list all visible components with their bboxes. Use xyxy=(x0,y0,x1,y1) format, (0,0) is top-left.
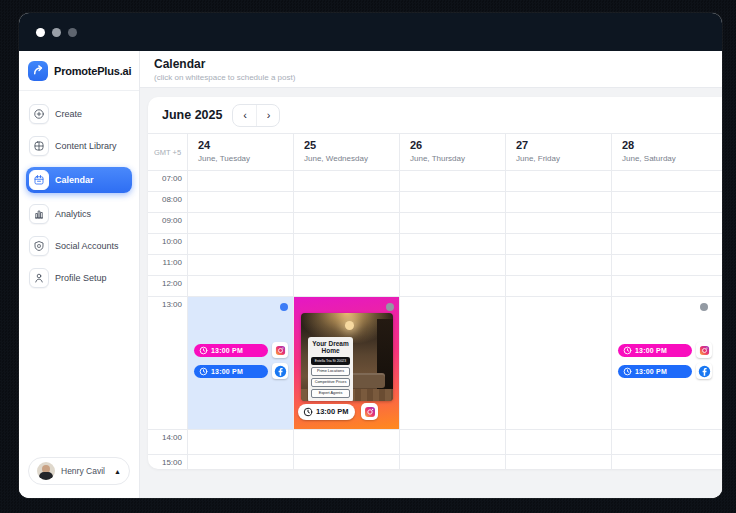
window-control-dot-2[interactable] xyxy=(52,28,61,37)
calendar-cell[interactable] xyxy=(611,192,722,212)
calendar-cell[interactable] xyxy=(399,430,505,454)
calendar-cell[interactable] xyxy=(611,455,722,469)
calendar-cell[interactable] xyxy=(293,255,399,275)
calendar-cell[interactable] xyxy=(505,234,611,254)
event-pill-instagram[interactable]: 13:00 PM xyxy=(618,344,692,357)
sidebar-item-label: Profile Setup xyxy=(55,273,107,283)
calendar-cell[interactable] xyxy=(399,455,505,469)
calendar-cell[interactable] xyxy=(293,455,399,469)
scheduled-dot-icon xyxy=(280,303,288,311)
page-header: Calendar (click on whitespace to schedul… xyxy=(140,51,722,88)
calendar-cell[interactable] xyxy=(187,455,293,469)
sidebar-nav: Create Content Library xyxy=(19,91,139,289)
post-feature: Prime Locations xyxy=(311,367,350,376)
sidebar-item-create[interactable]: Create xyxy=(26,103,132,125)
room-lamp-art xyxy=(345,321,354,330)
calendar-cell[interactable] xyxy=(293,192,399,212)
event-pill-instagram[interactable]: 13:00 PM xyxy=(194,344,268,357)
calendar-cell[interactable] xyxy=(187,171,293,191)
event-row: 13:00 PM xyxy=(618,342,712,358)
calendar-cell[interactable] xyxy=(505,276,611,296)
prev-month-button[interactable]: ‹ xyxy=(233,105,256,126)
calendar-cell[interactable] xyxy=(611,276,722,296)
calendar-cell[interactable] xyxy=(611,430,722,454)
sidebar-item-social-accounts[interactable]: Social Accounts xyxy=(26,235,132,257)
calendar-cell[interactable] xyxy=(293,171,399,191)
day-header-25: 25 June, Wednesday xyxy=(293,134,399,170)
calendar-cell-tuesday-1300[interactable]: 13:00 PM 1 xyxy=(187,297,293,429)
sidebar-item-content-library[interactable]: Content Library xyxy=(26,135,132,157)
clock-icon xyxy=(623,367,632,376)
calendar-cell[interactable] xyxy=(187,255,293,275)
calendar-cell[interactable] xyxy=(293,276,399,296)
time-row-0900: 09:00 xyxy=(148,212,722,233)
scheduled-dot-icon xyxy=(700,303,708,311)
calendar-cell[interactable] xyxy=(399,297,505,429)
post-title: Your Dream Home xyxy=(311,340,350,355)
calendar-cell[interactable] xyxy=(187,192,293,212)
event-pill-time[interactable]: 13:00 PM xyxy=(298,404,355,420)
calendar-cell[interactable] xyxy=(293,234,399,254)
event-pill-facebook[interactable]: 13:00 PM xyxy=(194,365,268,378)
calendar-cell[interactable] xyxy=(505,455,611,469)
calendar-cell[interactable] xyxy=(611,255,722,275)
calendar-cell-saturday-1300[interactable]: 13:00 PM 1 xyxy=(611,297,722,429)
calendar-cell[interactable] xyxy=(611,234,722,254)
clock-icon xyxy=(623,346,632,355)
time-row-0700: 07:00 xyxy=(148,170,722,191)
calendar-cell[interactable] xyxy=(505,192,611,212)
calendar-cell[interactable] xyxy=(293,430,399,454)
calendar-cell[interactable] xyxy=(505,171,611,191)
time-row-1300: 13:00 13:00 PM xyxy=(148,296,722,429)
app-logo: PromotePlus.ai xyxy=(19,51,139,91)
calendar-cell[interactable] xyxy=(505,297,611,429)
calendar-cell[interactable] xyxy=(611,213,722,233)
user-menu[interactable]: Henry Cavil ▲ xyxy=(28,457,130,485)
calendar-cell[interactable] xyxy=(293,213,399,233)
page-title: Calendar xyxy=(154,57,708,71)
calendar-cell[interactable] xyxy=(187,213,293,233)
instagram-icon[interactable] xyxy=(696,342,712,358)
next-month-button[interactable]: › xyxy=(256,105,279,126)
post-preview-image[interactable]: Your Dream Home Estella Tria St 20023 Pr… xyxy=(301,313,393,401)
calendar-cell[interactable] xyxy=(399,234,505,254)
calendar-cell[interactable] xyxy=(505,213,611,233)
avatar xyxy=(37,462,55,480)
calendar-cell-wednesday-1300[interactable]: Your Dream Home Estella Tria St 20023 Pr… xyxy=(293,297,399,429)
sidebar-item-label: Content Library xyxy=(55,141,117,151)
facebook-icon[interactable] xyxy=(272,363,288,379)
calendar-cell[interactable] xyxy=(505,430,611,454)
calendar-cell[interactable] xyxy=(187,276,293,296)
calendar-cell[interactable] xyxy=(611,171,722,191)
time-label: 15:00 xyxy=(148,455,187,469)
calendar-cell[interactable] xyxy=(399,276,505,296)
day-header-28: 28 June, Saturday xyxy=(611,134,722,170)
post-feature: Expert Agents xyxy=(311,389,350,398)
post-overlay-card: Your Dream Home Estella Tria St 20023 Pr… xyxy=(308,337,353,401)
calendar-cell[interactable] xyxy=(187,234,293,254)
sidebar-item-calendar[interactable]: Calendar xyxy=(26,167,132,193)
time-label: 14:00 xyxy=(148,430,187,454)
calendar-cell[interactable] xyxy=(399,192,505,212)
bar-chart-icon xyxy=(29,204,49,224)
sidebar-item-analytics[interactable]: Analytics xyxy=(26,203,132,225)
scheduled-dot-icon xyxy=(386,303,394,311)
facebook-icon[interactable] xyxy=(696,363,712,379)
calendar-cell[interactable] xyxy=(505,255,611,275)
time-label: 12:00 xyxy=(148,276,187,296)
calendar-cell[interactable] xyxy=(187,430,293,454)
window-control-dot-1[interactable] xyxy=(36,28,45,37)
event-pill-facebook[interactable]: 13:00 PM xyxy=(618,365,692,378)
sidebar-item-profile-setup[interactable]: Profile Setup xyxy=(26,267,132,289)
instagram-icon[interactable] xyxy=(272,342,288,358)
calendar-cell[interactable] xyxy=(399,213,505,233)
day-header-27: 27 June, Friday xyxy=(505,134,611,170)
instagram-icon[interactable] xyxy=(361,403,378,420)
timezone-label: GMT +5 xyxy=(148,134,187,170)
shield-icon xyxy=(29,236,49,256)
time-row-1400: 14:00 xyxy=(148,429,722,454)
calendar-cell[interactable] xyxy=(399,171,505,191)
calendar-cell[interactable] xyxy=(399,255,505,275)
event-row: 13:00 PM xyxy=(618,363,712,379)
window-control-dot-3[interactable] xyxy=(68,28,77,37)
